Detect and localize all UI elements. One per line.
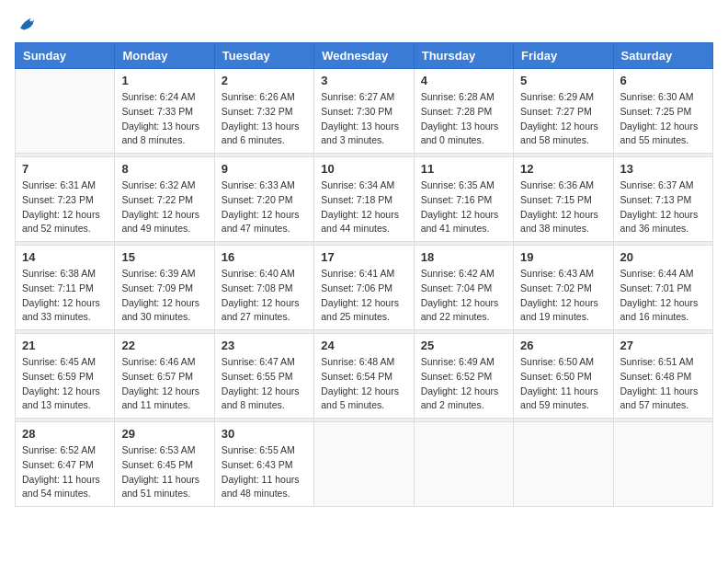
day-info: Sunrise: 6:42 AMSunset: 7:04 PMDaylight:…	[421, 267, 506, 325]
logo-bird-icon	[17, 15, 39, 33]
day-info: Sunrise: 6:55 AMSunset: 6:43 PMDaylight:…	[222, 443, 307, 501]
day-number: 7	[22, 162, 108, 176]
day-info: Sunrise: 6:29 AMSunset: 7:27 PMDaylight:…	[520, 90, 606, 148]
day-number: 18	[421, 250, 506, 264]
calendar-week-row: 28Sunrise: 6:52 AMSunset: 6:47 PMDayligh…	[16, 422, 713, 507]
calendar-week-row: 14Sunrise: 6:38 AMSunset: 7:11 PMDayligh…	[16, 246, 713, 330]
calendar-cell: 14Sunrise: 6:38 AMSunset: 7:11 PMDayligh…	[16, 246, 115, 330]
calendar-cell: 7Sunrise: 6:31 AMSunset: 7:23 PMDaylight…	[16, 157, 115, 242]
day-info: Sunrise: 6:38 AMSunset: 7:11 PMDaylight:…	[22, 267, 108, 325]
day-info: Sunrise: 6:26 AMSunset: 7:32 PMDaylight:…	[222, 90, 307, 148]
day-info: Sunrise: 6:32 AMSunset: 7:22 PMDaylight:…	[121, 178, 207, 236]
day-info: Sunrise: 6:53 AMSunset: 6:45 PMDaylight:…	[121, 443, 207, 501]
day-number: 16	[222, 250, 307, 264]
day-number: 26	[520, 339, 606, 352]
calendar-cell: 17Sunrise: 6:41 AMSunset: 7:06 PMDayligh…	[314, 246, 414, 330]
day-info: Sunrise: 6:52 AMSunset: 6:47 PMDaylight:…	[22, 443, 108, 501]
day-info: Sunrise: 6:51 AMSunset: 6:48 PMDaylight:…	[620, 355, 706, 413]
day-info: Sunrise: 6:50 AMSunset: 6:50 PMDaylight:…	[520, 355, 606, 413]
day-info: Sunrise: 6:39 AMSunset: 7:09 PMDaylight:…	[121, 267, 207, 325]
weekday-header: Thursday	[414, 43, 513, 69]
calendar-cell: 10Sunrise: 6:34 AMSunset: 7:18 PMDayligh…	[314, 157, 414, 242]
day-number: 13	[620, 162, 706, 176]
calendar-cell: 19Sunrise: 6:43 AMSunset: 7:02 PMDayligh…	[514, 246, 613, 330]
calendar-cell: 16Sunrise: 6:40 AMSunset: 7:08 PMDayligh…	[214, 246, 313, 330]
day-info: Sunrise: 6:43 AMSunset: 7:02 PMDaylight:…	[520, 267, 606, 325]
day-info: Sunrise: 6:49 AMSunset: 6:52 PMDaylight:…	[421, 355, 506, 413]
calendar-cell: 20Sunrise: 6:44 AMSunset: 7:01 PMDayligh…	[613, 246, 712, 330]
day-number: 20	[620, 250, 706, 264]
day-info: Sunrise: 6:28 AMSunset: 7:28 PMDaylight:…	[421, 90, 506, 148]
day-info: Sunrise: 6:31 AMSunset: 7:23 PMDaylight:…	[22, 178, 108, 236]
day-number: 2	[222, 74, 307, 87]
day-info: Sunrise: 6:48 AMSunset: 6:54 PMDaylight:…	[321, 355, 406, 413]
day-number: 21	[22, 339, 108, 352]
calendar-week-row: 7Sunrise: 6:31 AMSunset: 7:23 PMDaylight…	[16, 157, 713, 242]
calendar-cell: 5Sunrise: 6:29 AMSunset: 7:27 PMDaylight…	[514, 69, 613, 154]
calendar-cell: 29Sunrise: 6:53 AMSunset: 6:45 PMDayligh…	[115, 422, 214, 507]
day-number: 1	[121, 74, 207, 87]
calendar-cell: 24Sunrise: 6:48 AMSunset: 6:54 PMDayligh…	[314, 334, 414, 419]
calendar-cell	[16, 69, 115, 154]
calendar-cell: 6Sunrise: 6:30 AMSunset: 7:25 PMDaylight…	[613, 69, 712, 154]
day-number: 6	[620, 74, 706, 87]
weekday-header: Friday	[514, 43, 613, 69]
calendar-cell: 26Sunrise: 6:50 AMSunset: 6:50 PMDayligh…	[514, 334, 613, 419]
calendar-table: SundayMondayTuesdayWednesdayThursdayFrid…	[15, 42, 713, 507]
calendar-cell: 27Sunrise: 6:51 AMSunset: 6:48 PMDayligh…	[613, 334, 712, 419]
calendar-cell: 2Sunrise: 6:26 AMSunset: 7:32 PMDaylight…	[214, 69, 313, 154]
day-info: Sunrise: 6:27 AMSunset: 7:30 PMDaylight:…	[321, 90, 406, 148]
day-number: 23	[222, 339, 307, 352]
logo	[15, 15, 39, 33]
day-number: 22	[121, 339, 207, 352]
calendar-cell: 12Sunrise: 6:36 AMSunset: 7:15 PMDayligh…	[514, 157, 613, 242]
day-number: 30	[222, 427, 307, 441]
calendar-cell: 28Sunrise: 6:52 AMSunset: 6:47 PMDayligh…	[16, 422, 115, 507]
calendar-cell: 1Sunrise: 6:24 AMSunset: 7:33 PMDaylight…	[115, 69, 214, 154]
calendar-cell	[613, 422, 712, 507]
day-number: 12	[520, 162, 606, 176]
calendar-cell	[414, 422, 513, 507]
day-number: 17	[321, 250, 406, 264]
weekday-header: Tuesday	[214, 43, 313, 69]
day-info: Sunrise: 6:35 AMSunset: 7:16 PMDaylight:…	[421, 178, 506, 236]
day-number: 8	[121, 162, 207, 176]
day-number: 29	[121, 427, 207, 441]
weekday-header-row: SundayMondayTuesdayWednesdayThursdayFrid…	[16, 43, 713, 69]
day-info: Sunrise: 6:40 AMSunset: 7:08 PMDaylight:…	[222, 267, 307, 325]
day-number: 28	[22, 427, 108, 441]
calendar-cell: 13Sunrise: 6:37 AMSunset: 7:13 PMDayligh…	[613, 157, 712, 242]
day-number: 27	[620, 339, 706, 352]
day-number: 24	[321, 339, 406, 352]
calendar-cell: 4Sunrise: 6:28 AMSunset: 7:28 PMDaylight…	[414, 69, 513, 154]
day-number: 5	[520, 74, 606, 87]
calendar-week-row: 1Sunrise: 6:24 AMSunset: 7:33 PMDaylight…	[16, 69, 713, 154]
calendar-cell: 21Sunrise: 6:45 AMSunset: 6:59 PMDayligh…	[16, 334, 115, 419]
calendar-cell	[514, 422, 613, 507]
day-info: Sunrise: 6:30 AMSunset: 7:25 PMDaylight:…	[620, 90, 706, 148]
calendar-cell: 30Sunrise: 6:55 AMSunset: 6:43 PMDayligh…	[214, 422, 313, 507]
day-number: 11	[421, 162, 506, 176]
weekday-header: Wednesday	[314, 43, 414, 69]
day-number: 4	[421, 74, 506, 87]
calendar-cell: 15Sunrise: 6:39 AMSunset: 7:09 PMDayligh…	[115, 246, 214, 330]
day-info: Sunrise: 6:46 AMSunset: 6:57 PMDaylight:…	[121, 355, 207, 413]
calendar-week-row: 21Sunrise: 6:45 AMSunset: 6:59 PMDayligh…	[16, 334, 713, 419]
day-number: 14	[22, 250, 108, 264]
day-info: Sunrise: 6:47 AMSunset: 6:55 PMDaylight:…	[222, 355, 307, 413]
calendar-cell: 11Sunrise: 6:35 AMSunset: 7:16 PMDayligh…	[414, 157, 513, 242]
day-number: 9	[222, 162, 307, 176]
calendar-cell: 22Sunrise: 6:46 AMSunset: 6:57 PMDayligh…	[115, 334, 214, 419]
day-number: 25	[421, 339, 506, 352]
day-number: 15	[121, 250, 207, 264]
weekday-header: Monday	[115, 43, 214, 69]
calendar-cell	[314, 422, 414, 507]
calendar-cell: 9Sunrise: 6:33 AMSunset: 7:20 PMDaylight…	[214, 157, 313, 242]
page-header	[15, 15, 713, 33]
day-number: 19	[520, 250, 606, 264]
day-number: 10	[321, 162, 406, 176]
day-info: Sunrise: 6:41 AMSunset: 7:06 PMDaylight:…	[321, 267, 406, 325]
day-number: 3	[321, 74, 406, 87]
day-info: Sunrise: 6:44 AMSunset: 7:01 PMDaylight:…	[620, 267, 706, 325]
calendar-cell: 18Sunrise: 6:42 AMSunset: 7:04 PMDayligh…	[414, 246, 513, 330]
